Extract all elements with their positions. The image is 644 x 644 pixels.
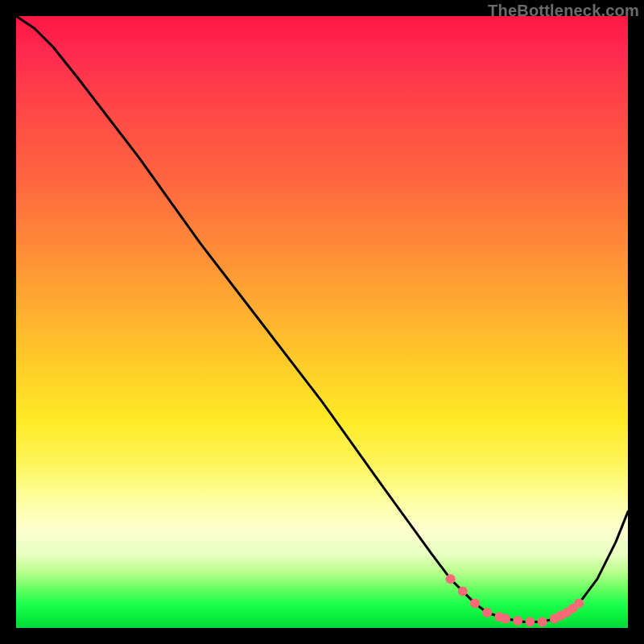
valley-marker <box>525 617 535 626</box>
bottleneck-curve <box>16 16 628 621</box>
curve-layer <box>16 16 628 628</box>
valley-marker <box>574 599 584 609</box>
valley-marker <box>513 616 522 625</box>
valley-markers <box>446 574 584 626</box>
valley-marker <box>538 617 547 626</box>
valley-marker <box>470 599 480 609</box>
valley-marker <box>482 608 492 617</box>
valley-marker <box>501 614 510 624</box>
plot-area <box>16 16 628 628</box>
chart-stage: TheBottleneck.com <box>0 0 644 644</box>
valley-marker <box>458 586 468 596</box>
valley-marker <box>446 574 456 584</box>
